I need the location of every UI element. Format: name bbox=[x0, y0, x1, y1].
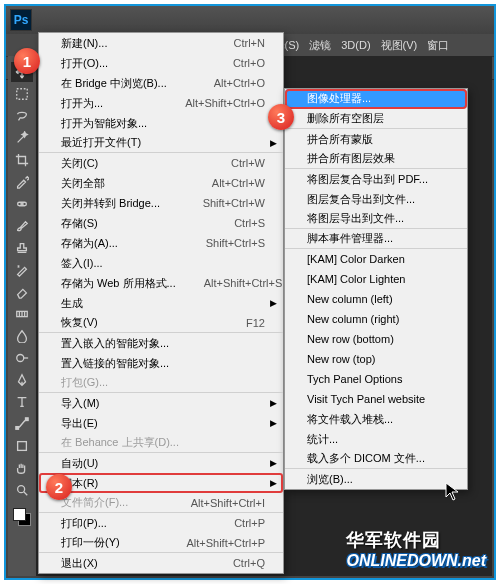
pen-tool[interactable] bbox=[11, 370, 33, 390]
scriptMenu-item-label: Tych Panel Options bbox=[307, 373, 449, 385]
scriptMenu-item[interactable]: New row (top) bbox=[285, 349, 467, 369]
scriptMenu-item-label: 将图层导出到文件... bbox=[307, 211, 449, 226]
watermark: 华军软件园 ONLINEDOWN.net bbox=[346, 528, 486, 570]
fileMenu-item[interactable]: 签入(I)... bbox=[39, 253, 283, 273]
fileMenu-item[interactable]: 退出(X)Ctrl+Q bbox=[39, 553, 283, 573]
scriptMenu-item[interactable]: 载入多个 DICOM 文件... bbox=[285, 449, 467, 469]
scriptMenu-item[interactable]: Tych Panel Options bbox=[285, 369, 467, 389]
fileMenu-item[interactable]: 自动(U)▶ bbox=[39, 453, 283, 473]
fileMenu-item-shortcut: F12 bbox=[246, 317, 265, 329]
fileMenu-item-shortcut: Alt+Ctrl+O bbox=[214, 77, 265, 89]
scriptMenu-item-label: 图像处理器... bbox=[307, 91, 449, 106]
callout-1: 1 bbox=[14, 48, 40, 74]
blur-tool[interactable] bbox=[11, 326, 33, 346]
marquee-tool[interactable] bbox=[11, 84, 33, 104]
fileMenu-item-label: 关闭(C) bbox=[61, 156, 231, 171]
fileMenu-item: 文件简介(F)...Alt+Shift+Ctrl+I bbox=[39, 493, 283, 513]
scriptMenu-item-label: 删除所有空图层 bbox=[307, 111, 449, 126]
svg-rect-5 bbox=[26, 418, 29, 421]
scriptMenu-item[interactable]: New row (bottom) bbox=[285, 329, 467, 349]
fileMenu-item[interactable]: 脚本(R)▶ bbox=[39, 473, 283, 493]
scriptMenu-item[interactable]: 脚本事件管理器... bbox=[285, 229, 467, 249]
fileMenu-item[interactable]: 新建(N)...Ctrl+N bbox=[39, 33, 283, 53]
fileMenu-item-shortcut: Alt+Shift+Ctrl+O bbox=[185, 97, 265, 109]
fileMenu-item-label: 关闭全部 bbox=[61, 176, 212, 191]
scriptMenu-item[interactable]: 将图层导出到文件... bbox=[285, 209, 467, 229]
fileMenu-item-label: 存储为 Web 所用格式... bbox=[61, 276, 204, 291]
color-swatch[interactable] bbox=[11, 508, 33, 526]
fileMenu-item-label: 文件简介(F)... bbox=[61, 495, 191, 510]
fileMenu-item-shortcut: Alt+Shift+Ctrl+P bbox=[186, 537, 265, 549]
fileMenu-item-label: 自动(U) bbox=[61, 456, 265, 471]
fileMenu-item-label: 打开为... bbox=[61, 96, 185, 111]
fileMenu-item[interactable]: 导出(E)▶ bbox=[39, 413, 283, 433]
history-brush-tool[interactable] bbox=[11, 260, 33, 280]
eraser-tool[interactable] bbox=[11, 282, 33, 302]
svg-rect-4 bbox=[16, 427, 19, 430]
fileMenu-item[interactable]: 打开为...Alt+Shift+Ctrl+O bbox=[39, 93, 283, 113]
scriptMenu-item-label: New column (right) bbox=[307, 313, 449, 325]
submenu-arrow-icon: ▶ bbox=[270, 138, 277, 148]
scriptMenu-item[interactable]: 浏览(B)... bbox=[285, 469, 467, 489]
scriptMenu-item-label: Visit Tych Panel website bbox=[307, 393, 453, 405]
fileMenu-item[interactable]: 生成▶ bbox=[39, 293, 283, 313]
brush-tool[interactable] bbox=[11, 216, 33, 236]
eyedropper-tool[interactable] bbox=[11, 172, 33, 192]
fileMenu-item-shortcut: Ctrl+S bbox=[234, 217, 265, 229]
fileMenu-item[interactable]: 打开为智能对象... bbox=[39, 113, 283, 133]
fileMenu-item[interactable]: 打印(P)...Ctrl+P bbox=[39, 513, 283, 533]
fileMenu-item[interactable]: 关闭全部Alt+Ctrl+W bbox=[39, 173, 283, 193]
fileMenu-item[interactable]: 关闭并转到 Bridge...Shift+Ctrl+W bbox=[39, 193, 283, 213]
fileMenu-item[interactable]: 在 Bridge 中浏览(B)...Alt+Ctrl+O bbox=[39, 73, 283, 93]
fileMenu-item-label: 在 Behance 上共享(D)... bbox=[61, 435, 265, 450]
scriptMenu-item[interactable]: [KAM] Color Darken bbox=[285, 249, 467, 269]
fileMenu-item-label: 导出(E) bbox=[61, 416, 265, 431]
scriptMenu-item[interactable]: 图层复合导出到文件... bbox=[285, 189, 467, 209]
scriptMenu-item-label: 浏览(B)... bbox=[307, 472, 449, 487]
scriptMenu-item[interactable]: 删除所有空图层 bbox=[285, 109, 467, 129]
watermark-line2: ONLINEDOWN.net bbox=[346, 552, 486, 570]
fileMenu-item-shortcut: Ctrl+W bbox=[231, 157, 265, 169]
scriptMenu-item[interactable]: 将图层复合导出到 PDF... bbox=[285, 169, 467, 189]
path-tool[interactable] bbox=[11, 414, 33, 434]
fileMenu-item[interactable]: 置入链接的智能对象... bbox=[39, 353, 283, 373]
scriptMenu-item[interactable]: 将文件载入堆栈... bbox=[285, 409, 467, 429]
fileMenu-item[interactable]: 关闭(C)Ctrl+W bbox=[39, 153, 283, 173]
fileMenu-item[interactable]: 打开(O)...Ctrl+O bbox=[39, 53, 283, 73]
fileMenu-item-label: 打开(O)... bbox=[61, 56, 233, 71]
fileMenu-item[interactable]: 打印一份(Y)Alt+Shift+Ctrl+P bbox=[39, 533, 283, 553]
scriptMenu-item[interactable]: 拼合所有图层效果 bbox=[285, 149, 467, 169]
fileMenu-item[interactable]: 导入(M)▶ bbox=[39, 393, 283, 413]
fileMenu-item[interactable]: 存储(S)Ctrl+S bbox=[39, 213, 283, 233]
fileMenu-item[interactable]: 存储为(A)...Shift+Ctrl+S bbox=[39, 233, 283, 253]
fileMenu-item[interactable]: 恢复(V)F12 bbox=[39, 313, 283, 333]
crop-tool[interactable] bbox=[11, 150, 33, 170]
heal-tool[interactable] bbox=[11, 194, 33, 214]
scriptMenu-item[interactable]: 拼合所有蒙版 bbox=[285, 129, 467, 149]
scriptMenu-item[interactable]: New column (right) bbox=[285, 309, 467, 329]
scriptMenu-item[interactable]: 图像处理器... bbox=[285, 89, 467, 109]
scriptMenu-item[interactable]: 统计... bbox=[285, 429, 467, 449]
lasso-tool[interactable] bbox=[11, 106, 33, 126]
mouse-cursor-icon bbox=[445, 482, 459, 506]
scriptMenu-item[interactable]: New column (left) bbox=[285, 289, 467, 309]
gradient-tool[interactable] bbox=[11, 304, 33, 324]
wand-tool[interactable] bbox=[11, 128, 33, 148]
fileMenu-item-label: 打开为智能对象... bbox=[61, 116, 265, 131]
scriptMenu-item[interactable]: Visit Tych Panel website bbox=[285, 389, 467, 409]
scriptMenu-item[interactable]: [KAM] Color Lighten bbox=[285, 269, 467, 289]
svg-rect-0 bbox=[17, 89, 28, 100]
type-tool[interactable] bbox=[11, 392, 33, 412]
fileMenu-item[interactable]: 置入嵌入的智能对象... bbox=[39, 333, 283, 353]
scriptMenu-item-label: 统计... bbox=[307, 432, 449, 447]
fileMenu-item[interactable]: 存储为 Web 所用格式...Alt+Shift+Ctrl+S bbox=[39, 273, 283, 293]
zoom-tool[interactable] bbox=[11, 480, 33, 500]
hand-tool[interactable] bbox=[11, 458, 33, 478]
fileMenu-item-shortcut: Ctrl+N bbox=[234, 37, 265, 49]
svg-point-7 bbox=[18, 486, 25, 493]
fileMenu-item[interactable]: 最近打开文件(T)▶ bbox=[39, 133, 283, 153]
shape-tool[interactable] bbox=[11, 436, 33, 456]
dodge-tool[interactable] bbox=[11, 348, 33, 368]
stamp-tool[interactable] bbox=[11, 238, 33, 258]
scriptMenu-item-label: New row (top) bbox=[307, 353, 449, 365]
